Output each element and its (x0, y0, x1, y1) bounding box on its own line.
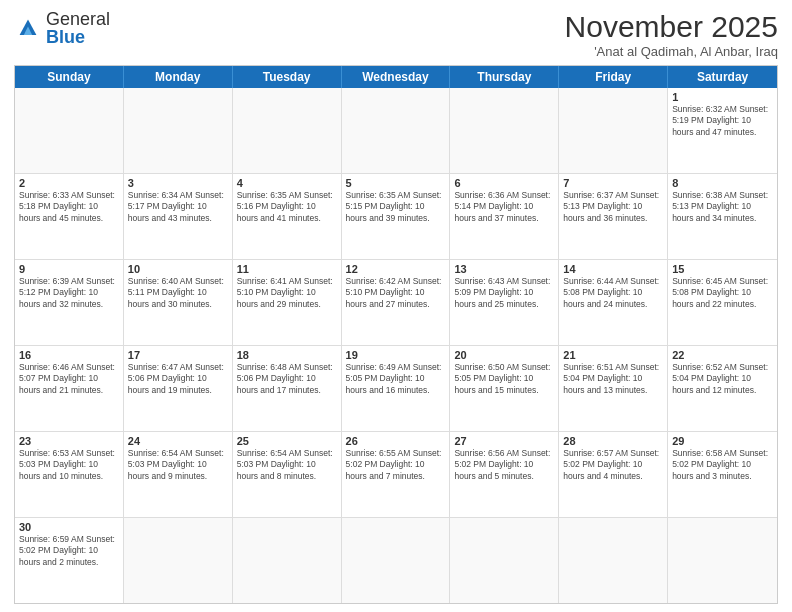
day-number: 11 (237, 263, 337, 275)
day-cell-1: 1Sunrise: 6:32 AM Sunset: 5:19 PM Daylig… (668, 88, 777, 173)
day-number: 12 (346, 263, 446, 275)
day-cell-30: 30Sunrise: 6:59 AM Sunset: 5:02 PM Dayli… (15, 518, 124, 603)
day-cell-15: 15Sunrise: 6:45 AM Sunset: 5:08 PM Dayli… (668, 260, 777, 345)
day-number: 17 (128, 349, 228, 361)
month-title: November 2025 (565, 10, 778, 44)
day-cell-empty (668, 518, 777, 603)
day-cell-6: 6Sunrise: 6:36 AM Sunset: 5:14 PM Daylig… (450, 174, 559, 259)
day-cell-empty (15, 88, 124, 173)
day-cell-empty (559, 88, 668, 173)
day-number: 7 (563, 177, 663, 189)
day-cell-empty (342, 518, 451, 603)
day-cell-11: 11Sunrise: 6:41 AM Sunset: 5:10 PM Dayli… (233, 260, 342, 345)
day-cell-25: 25Sunrise: 6:54 AM Sunset: 5:03 PM Dayli… (233, 432, 342, 517)
day-info: Sunrise: 6:52 AM Sunset: 5:04 PM Dayligh… (672, 362, 773, 396)
day-cell-empty (233, 88, 342, 173)
day-cell-27: 27Sunrise: 6:56 AM Sunset: 5:02 PM Dayli… (450, 432, 559, 517)
day-number: 18 (237, 349, 337, 361)
day-number: 25 (237, 435, 337, 447)
day-info: Sunrise: 6:35 AM Sunset: 5:15 PM Dayligh… (346, 190, 446, 224)
day-number: 20 (454, 349, 554, 361)
day-info: Sunrise: 6:57 AM Sunset: 5:02 PM Dayligh… (563, 448, 663, 482)
day-number: 14 (563, 263, 663, 275)
day-info: Sunrise: 6:37 AM Sunset: 5:13 PM Dayligh… (563, 190, 663, 224)
day-cell-empty (342, 88, 451, 173)
day-number: 1 (672, 91, 773, 103)
day-info: Sunrise: 6:47 AM Sunset: 5:06 PM Dayligh… (128, 362, 228, 396)
day-cell-7: 7Sunrise: 6:37 AM Sunset: 5:13 PM Daylig… (559, 174, 668, 259)
header: General Blue November 2025 'Anat al Qadi… (14, 10, 778, 59)
day-number: 5 (346, 177, 446, 189)
day-number: 23 (19, 435, 119, 447)
day-number: 19 (346, 349, 446, 361)
day-number: 13 (454, 263, 554, 275)
day-cell-28: 28Sunrise: 6:57 AM Sunset: 5:02 PM Dayli… (559, 432, 668, 517)
day-header-saturday: Saturday (668, 66, 777, 88)
day-info: Sunrise: 6:35 AM Sunset: 5:16 PM Dayligh… (237, 190, 337, 224)
location: 'Anat al Qadimah, Al Anbar, Iraq (565, 44, 778, 59)
week-row-3: 9Sunrise: 6:39 AM Sunset: 5:12 PM Daylig… (15, 259, 777, 345)
day-cell-4: 4Sunrise: 6:35 AM Sunset: 5:16 PM Daylig… (233, 174, 342, 259)
day-number: 21 (563, 349, 663, 361)
day-header-wednesday: Wednesday (342, 66, 451, 88)
day-number: 15 (672, 263, 773, 275)
day-info: Sunrise: 6:58 AM Sunset: 5:02 PM Dayligh… (672, 448, 773, 482)
day-cell-18: 18Sunrise: 6:48 AM Sunset: 5:06 PM Dayli… (233, 346, 342, 431)
day-info: Sunrise: 6:32 AM Sunset: 5:19 PM Dayligh… (672, 104, 773, 138)
day-header-sunday: Sunday (15, 66, 124, 88)
day-info: Sunrise: 6:33 AM Sunset: 5:18 PM Dayligh… (19, 190, 119, 224)
day-number: 4 (237, 177, 337, 189)
logo: General Blue (14, 10, 110, 46)
day-cell-12: 12Sunrise: 6:42 AM Sunset: 5:10 PM Dayli… (342, 260, 451, 345)
day-number: 26 (346, 435, 446, 447)
day-info: Sunrise: 6:55 AM Sunset: 5:02 PM Dayligh… (346, 448, 446, 482)
day-info: Sunrise: 6:43 AM Sunset: 5:09 PM Dayligh… (454, 276, 554, 310)
day-cell-empty (450, 88, 559, 173)
week-row-2: 2Sunrise: 6:33 AM Sunset: 5:18 PM Daylig… (15, 173, 777, 259)
day-info: Sunrise: 6:46 AM Sunset: 5:07 PM Dayligh… (19, 362, 119, 396)
day-number: 16 (19, 349, 119, 361)
day-number: 8 (672, 177, 773, 189)
day-info: Sunrise: 6:40 AM Sunset: 5:11 PM Dayligh… (128, 276, 228, 310)
day-header-thursday: Thursday (450, 66, 559, 88)
logo-text: General Blue (46, 10, 110, 46)
day-info: Sunrise: 6:49 AM Sunset: 5:05 PM Dayligh… (346, 362, 446, 396)
day-cell-empty (233, 518, 342, 603)
day-info: Sunrise: 6:36 AM Sunset: 5:14 PM Dayligh… (454, 190, 554, 224)
day-info: Sunrise: 6:39 AM Sunset: 5:12 PM Dayligh… (19, 276, 119, 310)
day-number: 30 (19, 521, 119, 533)
day-header-monday: Monday (124, 66, 233, 88)
day-info: Sunrise: 6:38 AM Sunset: 5:13 PM Dayligh… (672, 190, 773, 224)
day-number: 24 (128, 435, 228, 447)
day-info: Sunrise: 6:54 AM Sunset: 5:03 PM Dayligh… (237, 448, 337, 482)
day-cell-empty (124, 88, 233, 173)
day-header-tuesday: Tuesday (233, 66, 342, 88)
day-info: Sunrise: 6:56 AM Sunset: 5:02 PM Dayligh… (454, 448, 554, 482)
day-info: Sunrise: 6:59 AM Sunset: 5:02 PM Dayligh… (19, 534, 119, 568)
day-info: Sunrise: 6:48 AM Sunset: 5:06 PM Dayligh… (237, 362, 337, 396)
day-cell-8: 8Sunrise: 6:38 AM Sunset: 5:13 PM Daylig… (668, 174, 777, 259)
day-number: 29 (672, 435, 773, 447)
day-cell-13: 13Sunrise: 6:43 AM Sunset: 5:09 PM Dayli… (450, 260, 559, 345)
day-info: Sunrise: 6:45 AM Sunset: 5:08 PM Dayligh… (672, 276, 773, 310)
week-row-6: 30Sunrise: 6:59 AM Sunset: 5:02 PM Dayli… (15, 517, 777, 603)
day-info: Sunrise: 6:42 AM Sunset: 5:10 PM Dayligh… (346, 276, 446, 310)
calendar: SundayMondayTuesdayWednesdayThursdayFrid… (14, 65, 778, 604)
day-cell-19: 19Sunrise: 6:49 AM Sunset: 5:05 PM Dayli… (342, 346, 451, 431)
day-info: Sunrise: 6:54 AM Sunset: 5:03 PM Dayligh… (128, 448, 228, 482)
day-number: 10 (128, 263, 228, 275)
day-info: Sunrise: 6:50 AM Sunset: 5:05 PM Dayligh… (454, 362, 554, 396)
title-block: November 2025 'Anat al Qadimah, Al Anbar… (565, 10, 778, 59)
day-info: Sunrise: 6:51 AM Sunset: 5:04 PM Dayligh… (563, 362, 663, 396)
day-number: 27 (454, 435, 554, 447)
day-number: 3 (128, 177, 228, 189)
day-number: 6 (454, 177, 554, 189)
day-number: 2 (19, 177, 119, 189)
day-cell-24: 24Sunrise: 6:54 AM Sunset: 5:03 PM Dayli… (124, 432, 233, 517)
day-cell-5: 5Sunrise: 6:35 AM Sunset: 5:15 PM Daylig… (342, 174, 451, 259)
week-row-5: 23Sunrise: 6:53 AM Sunset: 5:03 PM Dayli… (15, 431, 777, 517)
day-cell-22: 22Sunrise: 6:52 AM Sunset: 5:04 PM Dayli… (668, 346, 777, 431)
day-number: 9 (19, 263, 119, 275)
day-headers: SundayMondayTuesdayWednesdayThursdayFrid… (15, 66, 777, 88)
day-number: 22 (672, 349, 773, 361)
